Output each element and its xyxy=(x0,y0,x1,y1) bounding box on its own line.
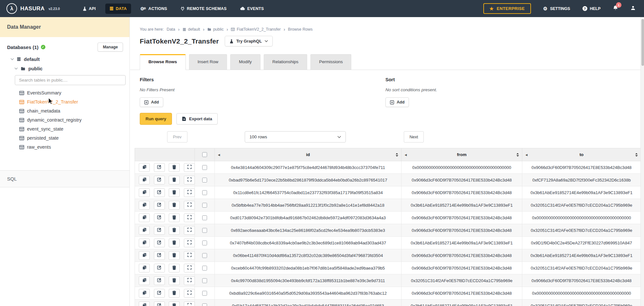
expand-row-button[interactable] xyxy=(184,226,195,235)
cell-from[interactable]: 0x9066d3cF60D9f7B705026417E8E533b424Bc3d… xyxy=(402,174,522,186)
cell-to[interactable]: 0x9066d3cF60D9f7B705026417E8E533b424Bc3d… xyxy=(522,161,641,174)
edit-row-button[interactable] xyxy=(154,176,165,184)
expand-row-button[interactable] xyxy=(184,239,195,247)
row-checkbox[interactable] xyxy=(202,203,207,208)
cell-from[interactable]: 0x32051C314f2AFe0E57f8D7cECD204a1C795b96… xyxy=(402,274,522,287)
clone-row-button[interactable] xyxy=(139,188,150,197)
sidebar-table-item[interactable]: chain_metadata xyxy=(0,106,129,115)
delete-row-button[interactable] xyxy=(169,226,180,235)
collapse-column-icon[interactable]: ◀ xyxy=(218,153,220,156)
row-checkbox[interactable] xyxy=(202,253,207,258)
delete-row-button[interactable] xyxy=(169,239,180,247)
clone-row-button[interactable] xyxy=(139,289,150,298)
sidebar-table-item[interactable]: event_sync_state xyxy=(0,124,129,133)
edit-row-button[interactable] xyxy=(154,201,165,210)
nav-item-data[interactable]: DATA xyxy=(105,4,131,14)
cell-to[interactable]: 0x32051C314f2AFe0E57f8D7cECD204a1C795b96… xyxy=(522,199,641,212)
row-checkbox[interactable] xyxy=(202,178,207,183)
nav-item-actions[interactable]: ⚙⚙ ACTIONS xyxy=(136,4,172,14)
breadcrumb-table[interactable]: FiatTokenV2_2_Transfer xyxy=(231,27,280,32)
cell-id[interactable]: 0x4e38144a0604309c29077e1e875f75c8e4df24… xyxy=(215,161,402,174)
expand-row-button[interactable] xyxy=(184,213,195,222)
cell-to[interactable]: 0x32051C314f2AFe0E57f8D7cECD204a1C795b96… xyxy=(522,224,641,237)
cell-from[interactable]: 0x00000000000000000000000000000000000000… xyxy=(402,161,522,174)
delete-row-button[interactable] xyxy=(169,276,180,285)
collapse-column-icon[interactable]: ◀ xyxy=(405,153,407,156)
expand-row-button[interactable] xyxy=(184,251,195,260)
nav-item-events[interactable]: EVENTS xyxy=(236,4,268,14)
sidebar-table-item[interactable]: dynamic_contract_registry xyxy=(0,115,129,124)
delete-row-button[interactable] xyxy=(169,289,180,298)
delete-row-button[interactable] xyxy=(169,176,180,184)
cell-to[interactable]: 0xfCF7129A8a69a2BD7f2f300eFc352342D6c163… xyxy=(522,174,641,186)
delete-row-button[interactable] xyxy=(169,201,180,210)
clone-row-button[interactable] xyxy=(139,276,150,285)
sidebar-table-item[interactable]: EventsSummary xyxy=(0,88,129,97)
row-checkbox[interactable] xyxy=(202,291,207,296)
sidebar-table-item[interactable]: persisted_state xyxy=(0,133,129,143)
clone-row-button[interactable] xyxy=(139,213,150,222)
hasura-logo[interactable]: λ HASURA v2.23.0 xyxy=(6,3,60,14)
settings-button[interactable]: ⚙ SETTINGS xyxy=(543,6,570,11)
cell-from[interactable]: 0x9066d3cF60D9f7B705026417E8E533b424Bc3d… xyxy=(402,287,522,300)
clone-row-button[interactable] xyxy=(139,176,150,184)
vertical-scrollbar[interactable] xyxy=(640,17,644,306)
select-all-checkbox[interactable] xyxy=(202,152,207,157)
chevron-down-icon[interactable] xyxy=(14,67,18,70)
delete-row-button[interactable] xyxy=(169,251,180,260)
cell-from[interactable]: 0x3b61AbEe91852714E4e99b09a1AF3e9C13893e… xyxy=(402,300,522,306)
edit-row-button[interactable] xyxy=(154,289,165,298)
edit-row-button[interactable] xyxy=(154,276,165,285)
tab-permissions[interactable]: Permissions xyxy=(310,54,352,70)
rows-per-page-select[interactable]: 100 rows xyxy=(245,131,346,143)
cell-from[interactable]: 0x9066d3cF60D9f7B705026417E8E533b424Bc3d… xyxy=(402,224,522,237)
scrollbar-thumb[interactable] xyxy=(641,19,644,66)
expand-row-button[interactable] xyxy=(184,188,195,197)
nav-item-remote-schemas[interactable]: REMOTE SCHEMAS xyxy=(176,4,231,14)
sort-icon[interactable] xyxy=(395,153,398,157)
column-header-from[interactable]: ◀ from xyxy=(402,148,522,161)
manage-button[interactable]: Manage xyxy=(98,43,123,52)
cell-from[interactable]: 0x9066d3cF60D9f7B705026417E8E533b424Bc3d… xyxy=(402,212,522,224)
row-checkbox[interactable] xyxy=(202,165,207,170)
clone-row-button[interactable] xyxy=(139,163,150,172)
delete-row-button[interactable] xyxy=(169,163,180,172)
cell-id[interactable]: 0x11cd8e61fc142f664537754c0adbd11e237732… xyxy=(215,186,402,199)
prev-page-button[interactable]: Prev xyxy=(167,131,187,143)
column-header-to[interactable]: ◀ to xyxy=(522,148,641,161)
cell-id[interactable]: 0xceb60c4470fc99b8933202deda08b1eb7f067d… xyxy=(215,262,402,274)
cell-from[interactable]: 0x9066d3cF60D9f7B705026417E8E533b424Bc3d… xyxy=(402,186,522,199)
breadcrumb-default[interactable]: default xyxy=(183,27,200,32)
cell-id[interactable]: 0x692aec6aeaaab43bc6e134ac25e86186f02a5c… xyxy=(215,224,402,237)
sort-icon[interactable] xyxy=(635,153,638,157)
breadcrumb-browse-rows[interactable]: Browse Rows xyxy=(288,27,312,32)
expand-row-button[interactable] xyxy=(184,201,195,210)
cell-from[interactable]: 0x3b61AbEe91852714E4e99b09a1AF3e9C13893e… xyxy=(402,237,522,249)
cell-from[interactable]: 0x9066d3cF60D9f7B705026417E8E533b424Bc3d… xyxy=(402,262,522,274)
cell-id[interactable]: 0xd0173d80942e7301b8fdb4ad916867b02462db… xyxy=(215,212,402,224)
row-checkbox[interactable] xyxy=(202,228,207,233)
cell-id[interactable]: 0xbad975b6e5d1710ece22b5b8bd2861879f93dd… xyxy=(215,174,402,186)
help-button[interactable]: ? HELP xyxy=(582,6,601,11)
tree-node-public[interactable]: public xyxy=(0,66,129,71)
notifications-button[interactable]: 1 xyxy=(613,5,618,12)
chevron-down-icon[interactable] xyxy=(11,58,14,60)
row-checkbox[interactable] xyxy=(202,266,207,271)
delete-row-button[interactable] xyxy=(169,264,180,272)
clone-row-button[interactable] xyxy=(139,301,150,306)
edit-row-button[interactable] xyxy=(154,163,165,172)
sort-icon[interactable] xyxy=(516,153,519,157)
clone-row-button[interactable] xyxy=(139,251,150,260)
delete-row-button[interactable] xyxy=(169,213,180,222)
edit-row-button[interactable] xyxy=(154,213,165,222)
expand-row-button[interactable] xyxy=(184,301,195,306)
cell-to[interactable]: 0x00000000000000000000000000000000000000… xyxy=(522,287,641,300)
expand-row-button[interactable] xyxy=(184,276,195,285)
edit-row-button[interactable] xyxy=(154,226,165,235)
tab-modify[interactable]: Modify xyxy=(230,54,260,70)
enterprise-button[interactable]: ★ ENTERPRISE xyxy=(483,3,531,14)
clone-row-button[interactable] xyxy=(139,264,150,272)
cell-to[interactable]: 0x9D1f9D4b0C2e45DeA272FfE30227d9699510A8… xyxy=(522,237,641,249)
cell-id[interactable]: 0x4c99700d838d1955094c30e493bb9cfdf172a1… xyxy=(215,274,402,287)
expand-row-button[interactable] xyxy=(184,289,195,298)
